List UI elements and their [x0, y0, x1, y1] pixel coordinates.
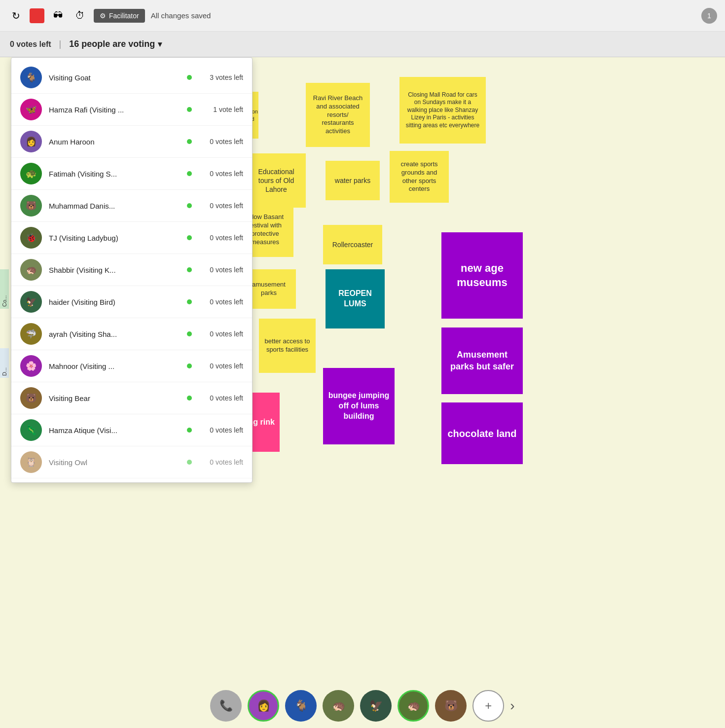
user-avatar[interactable]: 1 — [701, 8, 717, 24]
sticky-reopen-lums[interactable]: REOPEN LUMS — [326, 269, 385, 328]
votes-left-text: 0 votes left — [10, 40, 51, 49]
voter-status-dot-shabbir — [187, 267, 192, 272]
voter-avatar-anum: 👩 — [20, 131, 42, 152]
left-note-2: D... — [0, 348, 9, 378]
app-logo — [30, 8, 44, 23]
phone-icon: 📞 — [219, 699, 233, 712]
sticky-bungee-jumping[interactable]: bungee jumping off of lums building — [323, 368, 395, 444]
voter-name-haider: haider (Visiting Bird) — [49, 298, 180, 306]
voter-name-mahnoor: Mahnoor (Visiting ... — [49, 362, 180, 370]
bottom-avatar-anum[interactable]: 👩 — [248, 690, 279, 722]
voter-avatar-bear: 🐻 — [20, 387, 42, 409]
voter-avatar-hamza-atique: 🦎 — [20, 419, 42, 441]
avatar-text: 1 — [707, 12, 711, 20]
voter-row-hamza-atique[interactable]: 🦎 Hamza Atique (Visi... 0 votes left — [11, 414, 252, 446]
voter-name-owl: Visiting Owl — [49, 458, 180, 467]
voter-name-fatimah: Fatimah (Visiting S... — [49, 170, 180, 178]
voter-status-dot-mahnoor — [187, 364, 192, 368]
voter-status-dot-ayrah — [187, 331, 192, 336]
voter-row-ayrah[interactable]: 🦈 ayrah (Visiting Sha... 0 votes left — [11, 318, 252, 350]
sticky-educational-tours[interactable]: Educational tours of Old Lahore — [247, 153, 306, 208]
voter-avatar-tj: 🐞 — [20, 227, 42, 249]
sticky-chocolate-land[interactable]: chocolate land — [441, 402, 523, 464]
sticky-ravi-river[interactable]: Ravi River Beach and associated resorts/… — [306, 83, 370, 147]
voter-votes-muhammad: 0 votes left — [199, 202, 243, 210]
voter-name-goat: Visiting Goat — [49, 73, 180, 82]
sticky-rollercoaster[interactable]: Rollercoaster — [323, 225, 382, 264]
voter-votes-anum: 0 votes left — [199, 138, 243, 146]
timer-button[interactable]: ⏱ — [72, 8, 88, 24]
people-voting-label: 16 people are voting — [69, 39, 155, 49]
voter-name-ayrah: ayrah (Visiting Sha... — [49, 330, 180, 338]
voter-avatar-hamza-rafi: 🦋 — [20, 99, 42, 120]
voter-row-visiting-owl[interactable]: 🦉 Visiting Owl 0 votes left — [11, 446, 252, 478]
facilitator-button[interactable]: Facilitator — [94, 9, 145, 23]
bird-avatar-icon: 🦅 — [369, 699, 383, 712]
voter-name-bear: Visiting Bear — [49, 394, 180, 402]
voter-row-tj[interactable]: 🐞 TJ (Visiting Ladybug) 0 votes left — [11, 222, 252, 254]
sticky-mall-road[interactable]: Closing Mall Road for cars on Sundays ma… — [399, 77, 486, 144]
voter-status-dot-tj — [187, 235, 192, 240]
voter-row-haider[interactable]: 🦅 haider (Visiting Bird) 0 votes left — [11, 286, 252, 318]
sticky-new-age-museums[interactable]: new age museums — [441, 232, 523, 319]
voter-name-tj: TJ (Visiting Ladybug) — [49, 234, 180, 242]
voter-row-visiting-goat[interactable]: 🐐 Visiting Goat 3 votes left — [11, 62, 252, 94]
voter-name-muhammad: Muhammad Danis... — [49, 202, 180, 210]
voter-row-muhammad-danis[interactable]: 🐻 Muhammad Danis... 0 votes left — [11, 190, 252, 222]
voter-row-anum-haroon[interactable]: 👩 Anum Haroon 0 votes left — [11, 126, 252, 158]
anum-avatar-icon: 👩 — [257, 699, 270, 712]
bottom-avatar-bear[interactable]: 🐻 — [435, 690, 467, 722]
voter-status-dot-fatimah — [187, 171, 192, 176]
voter-status-dot-anum — [187, 139, 192, 144]
bottom-avatar-owl[interactable]: 🦔 — [323, 690, 354, 722]
voter-votes-mahnoor: 0 votes left — [199, 362, 243, 370]
voter-avatar-goat: 🐐 — [20, 67, 42, 88]
sticky-water-parks[interactable]: water parks — [326, 161, 380, 200]
voter-name-hamza-rafi: Hamza Rafi (Visiting ... — [49, 106, 180, 114]
plus-icon: + — [485, 699, 492, 713]
voter-row-shabbir[interactable]: 🦔 Shabbir (Visiting K... 0 votes left — [11, 254, 252, 286]
voter-row-visiting-bear[interactable]: 🐻 Visiting Bear 0 votes left — [11, 382, 252, 414]
people-voting-button[interactable]: 16 people are voting — [69, 39, 162, 49]
sticky-sports-grounds[interactable]: create sports grounds and other sports c… — [390, 151, 449, 203]
voter-status-dot-muhammad — [187, 203, 192, 208]
voter-votes-bear: 0 votes left — [199, 394, 243, 402]
voter-status-dot-hamza-atique — [187, 428, 192, 433]
refresh-icon: ↻ — [12, 10, 20, 22]
history-icon-button[interactable]: 🕶 — [50, 8, 66, 24]
voter-status-dot-bear — [187, 396, 192, 400]
koala-avatar-icon: 🦔 — [407, 699, 420, 712]
voter-row-fatimah[interactable]: 🐢 Fatimah (Visiting S... 0 votes left — [11, 158, 252, 190]
voter-votes-hamza-atique: 0 votes left — [199, 426, 243, 434]
add-participant-button[interactable]: + — [472, 690, 504, 722]
voter-row-mahnoor[interactable]: 🌸 Mahnoor (Visiting ... 0 votes left — [11, 350, 252, 382]
voter-avatar-shabbir: 🦔 — [20, 259, 42, 281]
voter-avatar-muhammad: 🐻 — [20, 195, 42, 217]
voter-votes-owl: 0 votes left — [199, 458, 243, 466]
bear-avatar-icon: 🐻 — [444, 699, 458, 712]
voter-votes-ayrah: 0 votes left — [199, 330, 243, 338]
left-note-1: Co... — [0, 269, 9, 309]
sticky-sports-facilities[interactable]: better access to sports facilities — [259, 319, 316, 373]
bottom-avatar-goat[interactable]: 🐐 — [285, 690, 317, 722]
voter-votes-hamza-rafi: 1 vote left — [199, 106, 243, 113]
voter-row-hamza-rafi[interactable]: 🦋 Hamza Rafi (Visiting ... 1 vote left — [11, 94, 252, 126]
refresh-button[interactable]: ↻ — [8, 8, 24, 24]
sticky-amusement-parks-safer[interactable]: Amusement parks but safer — [441, 328, 523, 394]
voter-status-dot-hamza-rafi — [187, 107, 192, 112]
bottom-avatar-phone[interactable]: 📞 — [210, 690, 242, 722]
next-avatar-button[interactable]: › — [510, 698, 514, 714]
bottom-avatar-koala[interactable]: 🦔 — [398, 690, 429, 722]
facilitator-label: Facilitator — [109, 12, 139, 20]
voter-votes-shabbir: 0 votes left — [199, 266, 243, 274]
glasses-icon: 🕶 — [53, 10, 63, 21]
voter-name-anum: Anum Haroon — [49, 138, 180, 146]
votes-left-count: 0 votes left — [10, 40, 51, 48]
owl-avatar-icon: 🦔 — [332, 699, 345, 712]
bottom-avatar-bird[interactable]: 🦅 — [360, 690, 392, 722]
save-status: All changes saved — [151, 11, 695, 20]
voter-avatar-owl: 🦉 — [20, 451, 42, 473]
main-canvas: Co... D... Ravi River Beach and associat… — [0, 57, 725, 728]
voter-votes-tj: 0 votes left — [199, 234, 243, 242]
votes-bar: 0 votes left | 16 people are voting — [0, 32, 725, 57]
